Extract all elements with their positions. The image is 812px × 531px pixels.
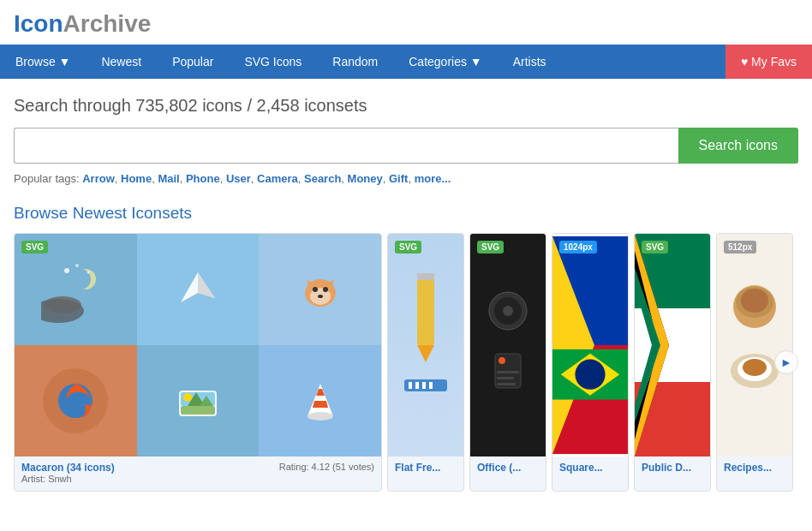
iconset-square[interactable]: 1024px <box>552 233 629 492</box>
nav-popular[interactable]: Popular <box>157 45 229 79</box>
badge-svg-public-d: SVG <box>642 241 668 254</box>
office-image <box>470 234 546 456</box>
search-bar: Search icons <box>14 128 798 164</box>
svg-rect-37 <box>409 382 412 389</box>
flat-free-title: Flat Fre... <box>395 462 440 474</box>
nav-browse[interactable]: Browse ▼ <box>0 45 86 79</box>
svg-point-32 <box>307 412 333 421</box>
office-footer: Office (... <box>470 456 546 479</box>
svg-rect-24 <box>181 406 215 415</box>
iconsets-container: SVG <box>14 233 798 492</box>
public-d-footer: Public D... <box>635 456 710 479</box>
nav-newest[interactable]: Newest <box>86 45 157 79</box>
square-footer: Square... <box>552 456 628 479</box>
badge-512-recipes: 512px <box>724 241 756 254</box>
badge-svg-macaron: SVG <box>21 241 48 254</box>
nav-myfavs[interactable]: ♥ My Favs <box>725 45 812 79</box>
macaron-images <box>15 234 381 456</box>
popular-tags: Popular tags: Arrow, Home, Mail, Phone, … <box>14 172 798 185</box>
macaron-rating: Rating: 4.12 (51 votes) <box>279 462 374 472</box>
svg-point-45 <box>499 357 505 364</box>
macaron-icon-plane <box>137 234 260 345</box>
svg-point-55 <box>575 360 605 390</box>
logo-archive-part: Archive <box>63 10 152 37</box>
browse-section: Browse Newest Iconsets SVG <box>14 204 798 492</box>
svg-point-17 <box>323 287 328 292</box>
main-content: Search through 735,802 icons / 2,458 ico… <box>0 79 812 509</box>
main-nav: Browse ▼ Newest Popular SVG Icons Random… <box>0 45 812 79</box>
recipes-footer: Recipes... <box>717 456 792 479</box>
svg-point-64 <box>741 289 768 313</box>
iconset-office[interactable]: SVG Office (... <box>469 233 546 492</box>
svg-point-67 <box>743 359 767 376</box>
macaron-title: Macaron (34 icons) <box>21 462 115 474</box>
flat-free-image <box>388 234 463 456</box>
badge-svg-flat-free: SVG <box>395 241 421 254</box>
macaron-icon-cone <box>259 345 381 456</box>
search-section: Search through 735,802 icons / 2,458 ico… <box>14 96 798 185</box>
office-title: Office (... <box>477 462 521 474</box>
flat-free-footer: Flat Fre... <box>388 456 463 479</box>
recipes-title: Recipes... <box>724 462 772 474</box>
macaron-footer: Macaron (34 icons) Rating: 4.12 (51 vote… <box>15 456 381 489</box>
logo-icon-part: Icon <box>14 10 63 37</box>
search-heading: Search through 735,802 icons / 2,458 ico… <box>14 96 798 116</box>
svg-rect-40 <box>429 382 433 389</box>
tag-mail[interactable]: Mail <box>158 172 179 185</box>
nav-categories[interactable]: Categories ▼ <box>393 45 497 79</box>
iconset-flat-free[interactable]: SVG Flat Fr <box>387 233 464 492</box>
tag-user[interactable]: User <box>226 172 251 185</box>
macaron-icon-firefox <box>15 345 137 456</box>
macaron-artist: Artist: Snwh <box>21 474 374 484</box>
svg-point-5 <box>64 268 69 273</box>
svg-rect-35 <box>417 273 434 280</box>
recipes-image <box>717 234 792 456</box>
public-d-image <box>635 234 710 456</box>
badge-1024-square: 1024px <box>559 241 597 254</box>
nav-artists[interactable]: Artists <box>498 45 562 79</box>
iconset-public-d[interactable]: SVG Public D... <box>634 233 711 492</box>
macaron-icon-fox <box>259 234 381 345</box>
tag-more[interactable]: more... <box>415 172 451 185</box>
svg-rect-38 <box>415 382 419 389</box>
nav-svg-icons[interactable]: SVG Icons <box>229 45 317 79</box>
tag-money[interactable]: Money <box>348 172 383 185</box>
search-button[interactable]: Search icons <box>678 128 799 164</box>
svg-point-16 <box>313 287 318 292</box>
tag-camera[interactable]: Camera <box>257 172 298 185</box>
svg-point-6 <box>75 264 79 267</box>
tag-home[interactable]: Home <box>121 172 152 185</box>
svg-rect-46 <box>497 371 519 373</box>
svg-rect-48 <box>497 383 516 385</box>
iconset-macaron[interactable]: SVG <box>14 233 382 492</box>
search-input[interactable] <box>14 128 678 164</box>
header: IconArchive <box>0 0 812 45</box>
tag-arrow[interactable]: Arrow <box>82 172 115 185</box>
svg-rect-39 <box>422 382 426 389</box>
square-image <box>552 234 628 456</box>
macaron-icon-image <box>137 345 260 456</box>
public-d-title: Public D... <box>642 462 691 474</box>
svg-marker-31 <box>313 401 328 408</box>
tag-search[interactable]: Search <box>304 172 341 185</box>
tag-gift[interactable]: Gift <box>389 172 408 185</box>
badge-svg-office: SVG <box>477 241 504 254</box>
svg-marker-34 <box>417 345 434 362</box>
logo[interactable]: IconArchive <box>14 10 798 38</box>
browse-heading: Browse Newest Iconsets <box>14 204 798 223</box>
svg-point-7 <box>87 271 90 274</box>
svg-point-27 <box>183 393 192 402</box>
svg-point-2 <box>44 296 81 313</box>
svg-rect-47 <box>497 377 514 379</box>
nav-random[interactable]: Random <box>317 45 393 79</box>
svg-rect-33 <box>417 277 434 345</box>
square-title: Square... <box>559 462 603 474</box>
svg-point-18 <box>318 295 323 298</box>
svg-point-43 <box>503 306 513 316</box>
next-arrow[interactable]: ► <box>774 350 798 374</box>
tag-phone[interactable]: Phone <box>186 172 220 185</box>
